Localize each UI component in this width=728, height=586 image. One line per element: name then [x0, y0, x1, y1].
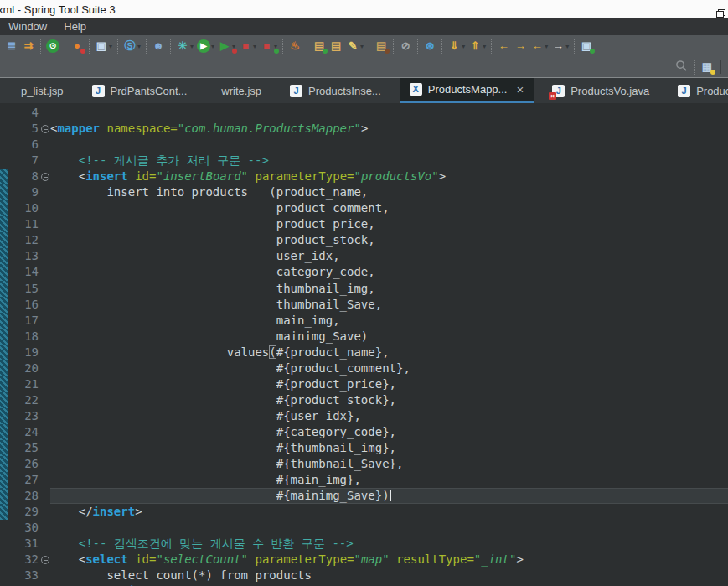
fold-collapse-icon[interactable]	[41, 173, 49, 181]
forward-history-button[interactable]: →	[512, 38, 529, 54]
show-whitespace-button[interactable]: ⇉	[20, 38, 37, 54]
code-line: 11 product_price,	[0, 216, 728, 232]
dropdown-caret-icon[interactable]: ▾	[109, 43, 112, 50]
code-text[interactable]: #{mainimg_Save})	[50, 488, 728, 504]
dropdown-caret-icon[interactable]: ▾	[190, 43, 194, 50]
dropdown-caret-icon[interactable]: ▾	[137, 43, 141, 50]
fold-column	[41, 440, 50, 456]
code-text[interactable]: #{category_code},	[50, 424, 728, 440]
dropdown-caret-icon[interactable]: ▾	[462, 43, 465, 50]
code-text[interactable]: <insert id="insertBoard" parameterType="…	[50, 169, 728, 184]
export-button[interactable]: ⇑▾	[467, 38, 488, 54]
open-new-window-button[interactable]: ▣	[578, 38, 595, 54]
code-text[interactable]: mainimg_Save)	[50, 329, 728, 345]
marker-pen-button[interactable]: ✎▾	[344, 38, 365, 54]
code-text[interactable]: product_stock,	[50, 232, 728, 248]
code-text[interactable]: insert into products (product_name,	[50, 184, 728, 200]
tab-productsinse[interactable]: JProductsInse...	[280, 78, 391, 103]
import-button[interactable]: ⇓▾	[446, 38, 467, 54]
code-text[interactable]: product_price,	[50, 216, 728, 232]
tab-writejsp[interactable]: write.jsp	[205, 78, 271, 103]
java-letter-icon: J	[678, 85, 690, 97]
fold-collapse-icon[interactable]	[41, 556, 49, 564]
code-text[interactable]: select count(*) from products	[50, 568, 728, 583]
code-text[interactable]: thumbnail_img,	[50, 281, 728, 297]
new-wizard-button[interactable]: ▣▾	[93, 38, 114, 54]
code-text[interactable]: category_code,	[50, 264, 728, 280]
spring-boot-dashboard-button[interactable]: ●	[69, 38, 85, 54]
run-as-person-button[interactable]: ☻	[150, 38, 167, 54]
line-number: 16	[10, 297, 41, 313]
profile-icon: ▶	[218, 39, 231, 53]
spring-starter-project-button[interactable]: Ⓢ▾	[121, 38, 142, 54]
tab-productsvojava[interactable]: J×ProductsVo.java	[542, 78, 659, 103]
dropdown-caret-icon[interactable]: ▾	[360, 43, 364, 50]
dropdown-caret-icon[interactable]: ▾	[211, 43, 214, 50]
dropdown-caret-icon[interactable]: ▾	[545, 43, 548, 50]
window-titlebar: xml - Spring Tool Suite 3	[0, 0, 728, 18]
code-text[interactable]	[50, 105, 728, 121]
last-edit-location-button[interactable]: ←▾	[529, 38, 550, 54]
code-text[interactable]: #{thumbnail_img},	[50, 440, 728, 456]
dropdown-caret-icon[interactable]: ▾	[483, 43, 486, 50]
code-text[interactable]: #{user_idx},	[50, 408, 728, 424]
code-text[interactable]: user_idx,	[50, 248, 728, 264]
open-perspective-button[interactable]: ▦	[699, 59, 715, 75]
dropdown-caret-icon[interactable]: ▾	[253, 43, 256, 50]
minimize-button[interactable]	[683, 3, 693, 16]
skip-breakpoints-button[interactable]: ⊘	[397, 38, 414, 54]
open-resource-button[interactable]: ▤	[311, 38, 328, 54]
diff-change-bar	[0, 440, 8, 456]
fold-column	[41, 121, 50, 137]
annotation-column	[0, 153, 10, 169]
code-text[interactable]: #{product_price},	[50, 376, 728, 392]
code-text[interactable]: product_comment,	[50, 200, 728, 216]
fold-collapse-icon[interactable]	[41, 125, 49, 133]
code-text[interactable]: #{main_img},	[50, 472, 728, 488]
java-package-button[interactable]: ▤	[373, 38, 390, 54]
forward-location-button[interactable]: →▾	[550, 38, 571, 54]
new-java-ee-wizard-button[interactable]: ♨	[287, 38, 303, 54]
profile-button[interactable]: ▶▾	[216, 38, 237, 54]
code-text[interactable]: <mapper namespace="com.human.ProductsMap…	[50, 121, 728, 137]
menu-item-window[interactable]: Window	[0, 18, 55, 35]
web-browser-button[interactable]: ⊛	[421, 38, 438, 54]
code-text[interactable]: main_img,	[50, 313, 728, 329]
line-number: 21	[10, 376, 41, 392]
tab-productoptio[interactable]: JProductOptio...	[668, 78, 728, 103]
toggle-mark-occurrences-button[interactable]: ≣	[3, 38, 20, 54]
start-server-button[interactable]: ⊙	[44, 38, 61, 54]
tab-productsmapp[interactable]: XProductsMapp...×	[400, 78, 534, 103]
search-button[interactable]	[675, 60, 691, 75]
code-text[interactable]: <select id="selectCount" parameterType="…	[50, 552, 728, 568]
code-text[interactable]: thumbnail_Save,	[50, 297, 728, 313]
diff-change-bar	[0, 408, 8, 424]
menu-item-help[interactable]: Help	[55, 18, 95, 35]
relaunch-button[interactable]: ■▾	[258, 38, 279, 54]
dropdown-caret-icon[interactable]: ▾	[565, 43, 569, 50]
run-as-person-icon: ☻	[152, 39, 165, 53]
fold-column	[41, 552, 50, 568]
diff-change-bar	[0, 297, 8, 313]
annotation-column	[0, 520, 10, 536]
code-text[interactable]	[50, 137, 728, 153]
diff-change-bar	[0, 376, 8, 392]
code-text[interactable]: </insert>	[50, 504, 728, 520]
run-button[interactable]: ▶▾	[195, 38, 216, 54]
code-text[interactable]: #{product_stock},	[50, 392, 728, 408]
code-text[interactable]	[50, 520, 728, 536]
code-text[interactable]: <!-- 게시글 추가 처리 구문 -->	[50, 153, 728, 169]
code-text[interactable]: #{thumbnail_Save},	[50, 456, 728, 472]
code-text[interactable]: values(#{product_name},	[50, 345, 728, 360]
code-text[interactable]: #{product_comment},	[50, 360, 728, 376]
back-history-button[interactable]: ←	[495, 38, 512, 54]
tab-close-icon[interactable]: ×	[516, 83, 524, 96]
line-number: 22	[10, 392, 41, 408]
debug-button[interactable]: ✳▾	[174, 38, 195, 54]
folder-button[interactable]: ▤	[328, 38, 344, 54]
tab-prdpantscont[interactable]: JPrdPantsCont...	[82, 78, 198, 103]
stop-button[interactable]: ■▾	[237, 38, 258, 54]
code-editor[interactable]: 45<mapper namespace="com.human.ProductsM…	[0, 103, 728, 586]
tab-plistjsp[interactable]: p_list.jsp	[5, 78, 74, 103]
code-text[interactable]: <!-- 검색조건에 맞는 게시물 수 반환 구문 -->	[50, 536, 728, 552]
